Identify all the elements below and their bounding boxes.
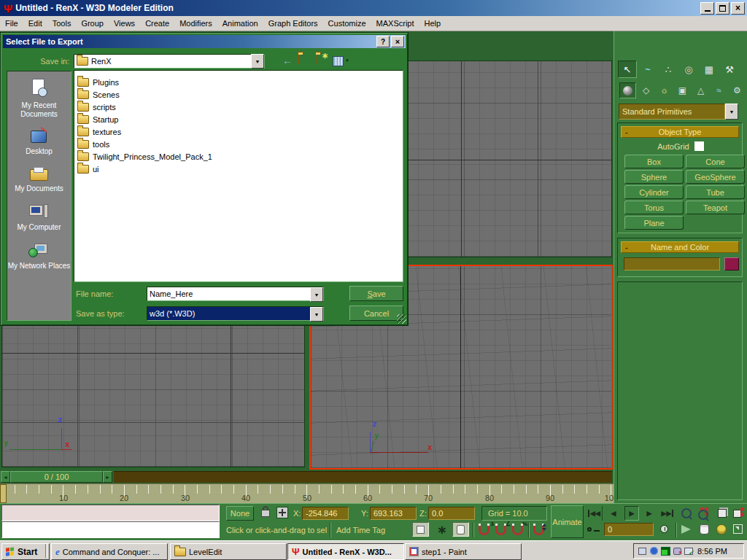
file-name-dropdown-arrow[interactable]: ▼ <box>310 287 323 302</box>
button-torus[interactable]: Torus <box>624 201 684 214</box>
animate-button[interactable]: Animate <box>551 505 584 538</box>
file-list-item[interactable]: Scenes <box>74 88 403 101</box>
globe-icon[interactable] <box>649 546 659 556</box>
time-configuration-icon[interactable] <box>658 523 673 537</box>
file-list-item[interactable]: tools <box>74 138 403 150</box>
file-name-input[interactable] <box>147 287 310 300</box>
zoom-extents-all-icon[interactable] <box>732 507 746 521</box>
offline-users-icon[interactable]: × <box>672 546 682 556</box>
updates-icon[interactable]: ✓ <box>684 546 694 556</box>
tab-hierarchy[interactable]: ∴ <box>659 61 678 78</box>
volume-device-icon[interactable] <box>637 546 647 556</box>
track-bar[interactable]: 10 20 30 40 50 60 70 80 90 100 <box>0 483 614 503</box>
primitive-category-arrow[interactable]: ▼ <box>725 104 738 120</box>
absolute-mode-icon[interactable] <box>276 507 288 518</box>
maxscript-mini-listener-white[interactable] <box>1 521 220 538</box>
network-activity-icon[interactable] <box>660 546 670 556</box>
arc-rotate-icon[interactable] <box>715 523 729 537</box>
file-list[interactable]: Plugins Scenes scripts Startup textures … <box>74 70 403 282</box>
view-menu-button[interactable]: ▼ <box>333 55 352 66</box>
taskbar-item-paint[interactable]: step1 - Paint <box>405 543 522 560</box>
category-systems[interactable]: ⚙ <box>729 82 746 98</box>
menu-views[interactable]: Views <box>109 18 140 29</box>
autogrid-checkbox[interactable] <box>694 141 704 151</box>
dialog-close-button[interactable]: × <box>391 36 404 47</box>
go-to-end-button[interactable]: ▶▶ <box>659 506 676 521</box>
min-max-toggle-icon[interactable] <box>732 523 746 537</box>
field-of-view-icon[interactable] <box>680 524 694 537</box>
object-name-field[interactable] <box>624 257 720 271</box>
current-frame-field[interactable]: 0 <box>604 523 654 536</box>
x-coord-field[interactable]: -254.846 <box>302 507 349 520</box>
save-in-combobox[interactable]: RenX ▼ <box>74 54 265 69</box>
selection-filter-button[interactable]: None <box>226 506 254 521</box>
zoom-tool-icon[interactable] <box>680 507 694 521</box>
add-time-tag-button[interactable]: Add Time Tag <box>336 526 385 534</box>
category-cameras[interactable]: ▣ <box>674 82 691 98</box>
save-as-type-combobox[interactable]: w3d (*.W3D) ▼ <box>147 306 324 321</box>
y-coord-field[interactable]: 693.163 <box>370 507 417 520</box>
menu-maxscript[interactable]: MAXScript <box>371 18 419 29</box>
cancel-button[interactable]: Cancel <box>349 306 403 321</box>
category-lights[interactable]: ☼ <box>656 82 673 98</box>
tab-display[interactable]: ▦ <box>700 61 719 78</box>
rollout-collapse-icon[interactable]: - <box>625 243 628 252</box>
button-tube[interactable]: Tube <box>686 185 745 199</box>
spinner-snap-icon[interactable] <box>533 524 547 537</box>
taskbar-item-renx-active[interactable]: Ψ Untitled - RenX - W3D... <box>287 543 404 560</box>
menu-graph-editors[interactable]: Graph Editors <box>263 18 323 29</box>
percent-snap-icon[interactable]: % <box>511 524 526 537</box>
button-cone[interactable]: Cone <box>686 155 745 168</box>
restore-button[interactable] <box>716 2 729 15</box>
play-button[interactable]: ▶ <box>624 506 639 521</box>
zoom-all-icon[interactable] <box>697 507 712 521</box>
button-teapot[interactable]: Teapot <box>686 201 745 214</box>
file-list-item[interactable]: Startup <box>74 113 403 125</box>
category-shapes[interactable]: ◇ <box>638 82 654 98</box>
close-button[interactable]: × <box>731 2 745 15</box>
track-bar-frame-handle[interactable] <box>0 484 7 503</box>
place-my-computer[interactable]: My Computer <box>17 203 61 232</box>
save-as-type-dropdown-arrow[interactable]: ▼ <box>310 307 323 322</box>
dialog-help-button[interactable]: ? <box>376 36 390 47</box>
button-geosphere[interactable]: GeoSphere <box>686 170 745 184</box>
menu-edit[interactable]: Edit <box>23 18 47 29</box>
angle-snap-icon[interactable]: ∠ <box>495 524 509 537</box>
crossing-cylinder-button[interactable] <box>452 522 469 537</box>
place-desktop[interactable]: Desktop <box>26 129 53 156</box>
button-cylinder[interactable]: Cylinder <box>624 185 684 199</box>
taskbar-item-ie[interactable]: e Command and Conquer: ... <box>51 543 168 560</box>
category-spacewarps[interactable]: ≈ <box>711 82 727 98</box>
affect-region-icon[interactable]: ∗ <box>435 522 449 537</box>
menu-help[interactable]: Help <box>419 18 446 29</box>
menu-customize[interactable]: Customize <box>323 18 371 29</box>
previous-frame-button[interactable]: ◀ <box>606 506 621 521</box>
minimize-button[interactable] <box>700 2 714 15</box>
zoom-extents-icon[interactable] <box>716 507 730 521</box>
taskbar-item-leveledit[interactable]: LevelEdit <box>170 543 287 560</box>
category-geometry[interactable] <box>619 82 636 98</box>
menu-modifiers[interactable]: Modifiers <box>174 18 217 29</box>
save-in-dropdown-arrow[interactable]: ▼ <box>251 54 264 69</box>
menu-create[interactable]: Create <box>140 18 174 29</box>
file-list-item[interactable]: scripts <box>74 101 403 113</box>
object-type-header[interactable]: - Object Type <box>621 126 739 138</box>
time-slider-handle[interactable]: 0 / 100 <box>10 471 103 483</box>
tab-utilities[interactable]: ⚒ <box>720 61 739 78</box>
tab-create[interactable]: ↖ <box>618 61 637 78</box>
tab-motion[interactable]: ◎ <box>679 61 698 78</box>
rollout-collapse-icon[interactable]: - <box>625 128 628 136</box>
file-list-item[interactable]: ui <box>74 163 403 175</box>
place-my-documents[interactable]: My Documents <box>15 166 63 193</box>
button-plane[interactable]: Plane <box>624 216 684 230</box>
menu-group[interactable]: Group <box>76 18 109 29</box>
maxscript-mini-listener-pink[interactable] <box>1 505 220 521</box>
primitive-category-dropdown[interactable]: Standard Primitives ▼ <box>619 104 738 118</box>
menu-tools[interactable]: Tools <box>47 18 77 29</box>
back-button[interactable]: ← <box>281 54 294 67</box>
time-slider-right-button[interactable]: ► <box>103 471 112 483</box>
z-coord-field[interactable]: 0.0 <box>428 507 475 520</box>
time-slider-left-button[interactable]: ◄ <box>1 471 10 483</box>
menu-file[interactable]: File <box>0 18 23 29</box>
file-list-item[interactable]: Twilight_Princess_Model_Pack_1 <box>74 150 403 163</box>
